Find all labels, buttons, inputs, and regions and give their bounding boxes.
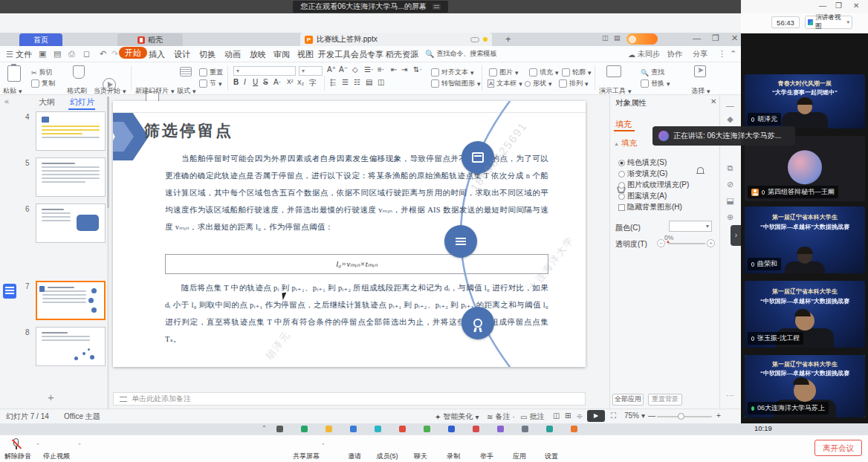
- wps-restore-button[interactable]: ❐: [712, 33, 719, 43]
- taskbar-app-icon[interactable]: [350, 426, 357, 432]
- menu-item-view[interactable]: 视图: [297, 49, 314, 60]
- reading-view-icon[interactable]: ⌯: [577, 411, 583, 420]
- transparency-minus-button[interactable]: −: [657, 239, 665, 247]
- notes-bar[interactable]: 单击此处添加备注: [113, 392, 586, 406]
- outline-tab[interactable]: 大纲: [39, 97, 55, 108]
- tray-expand-icon[interactable]: ⌃: [262, 425, 267, 432]
- select-icon[interactable]: ➤: [694, 65, 706, 77]
- find-button[interactable]: 🔍查找: [641, 68, 664, 77]
- zoom-level[interactable]: 75%▾: [624, 411, 645, 420]
- tab-docer[interactable]: 稻壳: [117, 33, 183, 46]
- menu-item-docer-res[interactable]: 稻壳资源: [386, 49, 418, 60]
- slide-thumbnail-6[interactable]: [36, 204, 106, 243]
- comments-button[interactable]: ▭批注: [520, 411, 544, 422]
- strikethrough-icon[interactable]: S: [263, 78, 268, 86]
- layout-label[interactable]: 版式▾: [177, 86, 196, 96]
- zoom-slider-track[interactable]: [657, 416, 712, 417]
- video-feed-4[interactable]: 第一届辽宁省本科大学生 “中软国际—卓越杯”大数据挑战赛 张玉振-沈工程: [745, 281, 865, 348]
- file-menu[interactable]: ☰文件: [6, 49, 32, 60]
- fill-tab[interactable]: 填充: [615, 119, 632, 130]
- smart-beautify-button[interactable]: ✦智能美化▾: [435, 411, 479, 422]
- underline-icon[interactable]: U: [253, 78, 258, 86]
- slide-thumbnail-8[interactable]: [36, 327, 106, 366]
- menu-item-devtools[interactable]: 开发工具: [318, 49, 351, 60]
- new-tab-button[interactable]: +: [505, 33, 511, 45]
- play-from-current-label[interactable]: 当页开始▾: [94, 86, 126, 96]
- meeting-minimize-button[interactable]: —: [819, 1, 826, 10]
- plugin-strip-icon[interactable]: ⊕: [719, 212, 741, 222]
- docer-gem-icon[interactable]: ◆: [719, 114, 741, 124]
- section-button[interactable]: 节▾: [199, 79, 222, 88]
- menu-item-insert[interactable]: 插入: [149, 49, 165, 60]
- align-left-icon[interactable]: ⬱: [330, 78, 336, 87]
- paste-label[interactable]: 粘贴▾: [3, 86, 22, 96]
- zoom-slider-knob[interactable]: [678, 413, 684, 420]
- member-promo-badge[interactable]: [626, 33, 658, 45]
- bold-icon[interactable]: B: [233, 78, 239, 86]
- cut-button[interactable]: ✂剪切: [31, 68, 53, 77]
- checkbox-hide-background[interactable]: 隐藏背景图形(H): [618, 202, 682, 212]
- undo-icon[interactable]: ↶: [100, 49, 106, 59]
- taskbar-app-icon[interactable]: [424, 426, 430, 432]
- slide-thumbnail-7-selected[interactable]: [36, 281, 106, 320]
- font-size-select[interactable]: ▾: [299, 66, 323, 76]
- media-strip-icon[interactable]: ⬓: [719, 196, 741, 206]
- export-icon[interactable]: ▤: [54, 49, 61, 59]
- format-painter-label[interactable]: 格式刷: [67, 86, 87, 96]
- replace-button[interactable]: 替换▾: [641, 79, 670, 88]
- share-button[interactable]: 分享: [693, 49, 707, 59]
- add-slide-button[interactable]: +: [48, 391, 54, 403]
- tab-document[interactable]: P 比赛线上答辩.pptx: [300, 33, 492, 46]
- slideshow-play-button[interactable]: ▶: [587, 410, 605, 422]
- phonetic-guide-icon[interactable]: 字: [309, 78, 317, 88]
- unmute-label[interactable]: 解除静音: [0, 452, 37, 461]
- radio-picture-fill[interactable]: 图片或纹理填充(P): [618, 180, 689, 190]
- animation-pane-icon[interactable]: ⧉: [719, 163, 741, 173]
- presentation-tools-icon[interactable]: [606, 65, 621, 77]
- color-dropdown[interactable]: ▾: [669, 221, 712, 232]
- taskbar-app-icon[interactable]: [571, 426, 577, 432]
- strip-minimize-icon[interactable]: —: [719, 101, 741, 110]
- print-icon[interactable]: ⎙: [68, 49, 75, 59]
- clear-format-icon[interactable]: ◇: [352, 65, 358, 74]
- slide-thumbnail-5[interactable]: [36, 157, 106, 197]
- menu-item-review[interactable]: 审阅: [273, 49, 290, 60]
- shapes-button[interactable]: 形状▾: [525, 79, 552, 88]
- video-feed-5-speaking[interactable]: 第一届辽宁省本科大学生 “中软国际—卓越杯”大数据挑战赛 06大连海洋大学马苏上: [745, 355, 865, 417]
- redo-icon[interactable]: ↷: [111, 49, 118, 59]
- video-feed-3[interactable]: 第一届辽宁省本科大学生 “中软国际—卓越杯”大数据挑战赛 曲荣和: [745, 206, 865, 273]
- increase-font-icon[interactable]: A⁺: [327, 65, 336, 74]
- unmute-icon[interactable]: [13, 438, 19, 446]
- italic-icon[interactable]: I: [244, 78, 246, 86]
- mic-options-caret[interactable]: ⌃: [36, 443, 40, 449]
- video-feed-2[interactable]: 第四组答辩秘书—王阚: [745, 136, 865, 201]
- slides-tab[interactable]: 幻灯片: [70, 97, 94, 108]
- textbox-button[interactable]: A文本框▾: [488, 79, 522, 88]
- taskbar-app-icon[interactable]: [473, 426, 479, 432]
- menu-item-slideshow[interactable]: 放映: [250, 49, 266, 60]
- paste-button[interactable]: [7, 65, 21, 82]
- fill-section-header[interactable]: ▲填充: [614, 138, 637, 149]
- collapse-ribbon-icon[interactable]: ⌃: [730, 49, 736, 59]
- command-search[interactable]: 🔍查找命令、搜索模板: [425, 49, 496, 59]
- share-banner-menu-icon[interactable]: [433, 4, 441, 10]
- indent-decrease-icon[interactable]: ⇤: [391, 65, 397, 74]
- arrange-button[interactable]: 排列▾: [559, 79, 589, 88]
- toc-panel-icon[interactable]: [3, 284, 16, 299]
- superscript-icon[interactable]: X²: [287, 78, 294, 85]
- collapse-panel-button[interactable]: «: [4, 97, 9, 105]
- numbered-list-icon[interactable]: ≡·: [378, 65, 384, 74]
- meeting-restore-button[interactable]: ❐: [835, 1, 842, 10]
- help-strip-icon[interactable]: ⊘: [719, 180, 741, 189]
- leave-meeting-button[interactable]: 离开会议: [814, 440, 862, 456]
- workspace-icon[interactable]: ▤: [614, 34, 621, 42]
- view-mode-button[interactable]: 演讲者视图 ▾: [805, 16, 852, 29]
- align-right-icon[interactable]: ☷: [354, 78, 360, 86]
- strip-more-icon[interactable]: ···: [719, 391, 741, 400]
- panel-collapse-handle[interactable]: ›: [731, 225, 742, 246]
- menu-item-member[interactable]: 会员专享: [351, 49, 383, 60]
- meeting-close-button[interactable]: ✕: [853, 1, 859, 10]
- more-menu-icon[interactable]: ⋮: [718, 49, 726, 59]
- format-painter-icon[interactable]: [73, 65, 85, 79]
- taskbar-app-icon[interactable]: [522, 426, 528, 432]
